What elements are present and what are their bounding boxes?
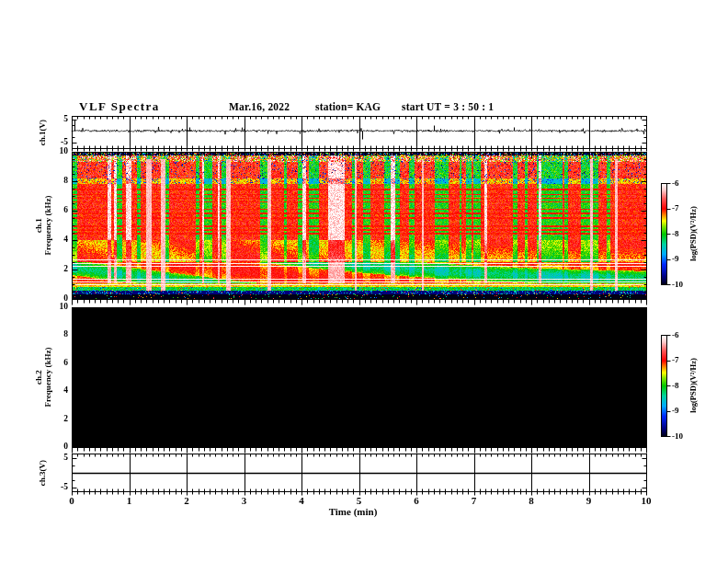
x-tick-label: 6 <box>414 495 419 506</box>
colorbar1-tick-label: -6 <box>672 178 679 189</box>
ch2-spec-y-tick-label: 10 <box>48 302 68 312</box>
x-tick-label: 9 <box>586 495 592 506</box>
ch2-spec-axis-label: ch.2 Frequency (kHz) <box>34 347 52 407</box>
time-axis-label: Time (min) <box>329 506 378 517</box>
colorbar2-tick-label: -8 <box>672 381 679 391</box>
ch1-wave-y-tick-label: -5 <box>48 137 68 147</box>
colorbar1-tick-label: -8 <box>672 229 679 239</box>
colorbar1-tick-label: -7 <box>672 203 679 213</box>
ch2-spec-y-tick-label: 2 <box>48 414 68 424</box>
figure-start-ut: start UT = 3 : 50 : 1 <box>402 101 494 112</box>
x-tick-label: 1 <box>127 495 132 506</box>
ch1-wave-y-tick-label: 5 <box>48 114 68 124</box>
plot-canvas <box>0 0 728 563</box>
colorbar1-tick-label: -10 <box>672 280 683 290</box>
figure-date: Mar.16, 2022 <box>229 101 290 112</box>
ch1-spec-y-tick-label: 10 <box>48 146 68 156</box>
ch2-spec-channel-label: ch.2 <box>34 347 43 407</box>
colorbar2-tick-label: -10 <box>672 431 683 442</box>
ch2-spec-y-tick-label: 4 <box>48 385 68 396</box>
x-tick-label: 0 <box>69 495 74 506</box>
ch1-spec-y-tick-label: 8 <box>48 176 68 186</box>
figure-title: VLF Spectra <box>79 99 160 114</box>
colorbar2-label: log(PSD)(V²/Hz) <box>688 358 698 413</box>
ch2-spec-y-tick-label: 6 <box>48 358 68 368</box>
ch1-spec-channel-label: ch.1 <box>34 195 43 255</box>
colorbar1-label: log(PSD)(V²/Hz) <box>688 206 698 261</box>
x-tick-label: 4 <box>299 495 304 506</box>
ch3-wave-y-tick-label: 5 <box>48 453 68 463</box>
ch1-spec-y-tick-label: 6 <box>48 205 68 215</box>
colorbar2-tick-label: -9 <box>672 406 679 416</box>
x-tick-label: 8 <box>529 495 534 506</box>
x-tick-label: 3 <box>242 495 247 506</box>
colorbar2-tick-label: -6 <box>672 330 679 340</box>
ch2-spec-frequency-label: Frequency (kHz) <box>43 347 52 407</box>
colorbar2-tick-label: -7 <box>672 355 679 365</box>
ch2-spec-y-tick-label: 8 <box>48 329 68 339</box>
vlf-spectra-figure: VLF Spectra Mar.16, 2022 station= KAG st… <box>0 0 728 563</box>
ch3-wave-y-tick-label: -5 <box>48 482 68 492</box>
x-tick-label: 10 <box>642 495 652 506</box>
ch1-spec-y-tick-label: 2 <box>48 264 68 274</box>
x-tick-label: 7 <box>472 495 477 506</box>
figure-station: station= KAG <box>315 101 381 112</box>
ch1-spec-y-tick-label: 4 <box>48 235 68 245</box>
colorbar1-tick-label: -9 <box>672 254 679 264</box>
x-tick-label: 5 <box>357 495 362 506</box>
x-tick-label: 2 <box>184 495 189 506</box>
ch1-wave-axis-label: ch.1(V) <box>38 119 47 144</box>
ch2-spec-y-tick-label: 0 <box>48 442 68 452</box>
ch3-wave-axis-label: ch.3(V) <box>38 459 47 485</box>
